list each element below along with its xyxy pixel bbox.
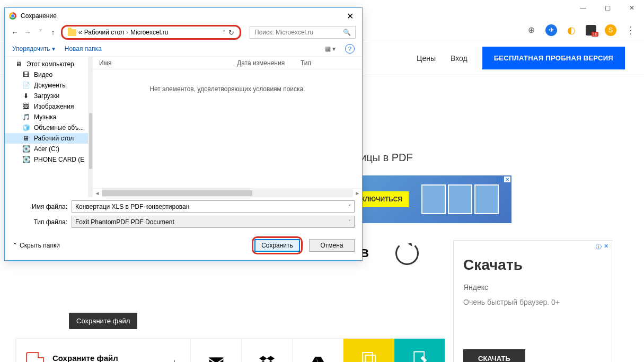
window-minimize[interactable]: — — [571, 0, 595, 16]
action-dropbox[interactable] — [242, 338, 293, 362]
window-maximize[interactable]: ▢ — [595, 0, 620, 16]
help-icon[interactable]: ? — [345, 44, 355, 54]
dialog-footer: ⌃ Скрыть папки Сохранить Отмена — [5, 231, 362, 260]
filetype-select[interactable]: Foxit PhantomPDF PDF Document˅ — [72, 216, 355, 228]
tree-item-icon: 💽 — [22, 145, 30, 153]
dialog-toolbar: Упорядочить ▾ Новая папка ▦ ▾ ? — [5, 41, 362, 57]
loading-area: В — [360, 242, 419, 265]
tree-item-label: Документы — [34, 82, 67, 89]
nav-prices[interactable]: Цены — [417, 54, 436, 63]
action-edit[interactable]: Редактир... — [394, 338, 445, 362]
tree-item-label: Acer (C:) — [34, 145, 59, 153]
scroll-right-icon[interactable]: ► — [353, 190, 362, 196]
dialog-title: Сохранение — [21, 12, 57, 20]
tree-item[interactable]: 🧊Объемные объ... — [5, 122, 88, 133]
tree-item-label: Видео — [34, 71, 52, 78]
action-jpg[interactable]: в JPG — [343, 338, 394, 362]
tree-item[interactable]: 🎞Видео — [5, 69, 88, 80]
breadcrumb-highlight: « Рабочий стол › Microexcel.ru ˅ ↻ — [61, 25, 241, 40]
view-options-button[interactable]: ▦ ▾ — [325, 45, 336, 52]
organize-button[interactable]: Упорядочить ▾ — [12, 45, 55, 52]
horizontal-scrollbar[interactable]: ◄ ► — [93, 188, 362, 197]
action-drive[interactable] — [293, 338, 343, 362]
tree-item-icon: 📄 — [22, 82, 30, 89]
col-name[interactable]: Имя — [99, 59, 237, 67]
svg-rect-0 — [363, 352, 373, 362]
tree-item[interactable]: 💽PHONE CARD (E — [5, 154, 88, 165]
nav-up-icon[interactable]: ˅ — [36, 28, 45, 37]
nav-login[interactable]: Вход — [451, 54, 467, 63]
folder-tree[interactable]: 🖥Этот компьютер🎞Видео📄Документы⬇Загрузки… — [5, 57, 89, 197]
breadcrumb-dropdown-icon[interactable]: ˅ — [223, 30, 225, 36]
breadcrumb-part-1[interactable]: Рабочий стол — [84, 29, 124, 36]
search-box[interactable]: 🔍 — [250, 26, 356, 39]
ad-cta-button[interactable]: КЛЮЧИТЬСЯ — [355, 191, 409, 207]
scroll-left-icon[interactable]: ◄ — [93, 190, 102, 196]
column-headers[interactable]: Имя Дата изменения Тип — [93, 57, 362, 69]
file-list-area: Имя Дата изменения Тип Нет элементов, уд… — [93, 57, 362, 197]
chevron-down-icon[interactable]: ˅ — [348, 219, 351, 225]
profile-avatar[interactable]: S — [605, 24, 616, 36]
new-folder-button[interactable]: Новая папка — [65, 45, 102, 52]
window-close[interactable]: ✕ — [620, 0, 644, 16]
extension-badge-icon[interactable] — [586, 25, 596, 36]
tree-item[interactable]: 💽Acer (C:) — [5, 144, 88, 154]
tree-item[interactable]: 🎵Музыка — [5, 112, 88, 122]
sidebar-ad: ⓘ ✕ Скачать Яндекс Очень быстрый браузер… — [453, 240, 612, 362]
hide-folders-toggle[interactable]: ⌃ Скрыть папки — [12, 242, 60, 249]
tree-item[interactable]: 🖥Этот компьютер — [5, 59, 88, 69]
dialog-nav: ← → ˅ ↑ « Рабочий стол › Microexcel.ru ˅… — [5, 24, 362, 41]
action-email[interactable] — [191, 338, 242, 362]
dialog-fields: Имя файла: Конвертаци XLS в PDF-конверти… — [5, 200, 362, 228]
chevron-down-icon[interactable]: ˅ — [348, 204, 351, 209]
breadcrumb-part-2[interactable]: Microexcel.ru — [130, 29, 168, 36]
tree-scrollbar[interactable] — [89, 57, 93, 197]
ad-close-icon[interactable]: ✕ — [604, 243, 608, 251]
nav-back-icon[interactable]: ← — [10, 28, 20, 37]
save-button-highlight: Сохранить — [252, 236, 303, 254]
zoom-icon[interactable]: ⊕ — [525, 24, 537, 36]
filename-label: Имя файла: — [12, 203, 72, 210]
kebab-menu-icon[interactable]: ⋮ — [625, 24, 637, 36]
tree-item[interactable]: 📄Документы — [5, 80, 88, 91]
search-input[interactable] — [254, 29, 343, 36]
ad-description: Очень быстрый браузер. 0+ — [463, 298, 602, 306]
tree-item-label: Объемные объ... — [34, 124, 84, 131]
save-file-card[interactable]: Сохраните файл Конвертаци XLS в ↓ — [16, 338, 191, 362]
ad-banner[interactable]: КЛЮЧИТЬСЯ ⓘ ✕ — [352, 175, 511, 223]
tree-item-label: Рабочий стол — [34, 135, 74, 142]
refresh-icon[interactable]: ↻ — [228, 29, 234, 37]
cancel-button[interactable]: Отмена — [309, 239, 355, 252]
tree-item-icon: 🎵 — [22, 113, 30, 121]
tooltip: Сохраните файл — [69, 313, 137, 329]
tree-item[interactable]: 🖥Рабочий стол — [5, 133, 88, 144]
ad-close-icon[interactable]: ✕ — [504, 176, 510, 182]
ad-download-button[interactable]: СКАЧАТЬ — [463, 349, 525, 362]
tree-item-icon: 🖥 — [22, 135, 30, 142]
edit-icon — [411, 350, 428, 362]
folder-icon — [68, 29, 76, 36]
to-jpg-icon — [360, 350, 377, 362]
tree-item[interactable]: 🖼Изображения — [5, 101, 88, 112]
ad-info-icon[interactable]: ⓘ — [497, 176, 502, 184]
tree-item[interactable]: ⬇Загрузки — [5, 91, 88, 101]
col-type[interactable]: Тип — [301, 59, 356, 67]
dialog-close-icon[interactable]: ✕ — [342, 11, 358, 21]
col-date[interactable]: Дата изменения — [237, 59, 301, 67]
svg-rect-1 — [365, 355, 375, 362]
chevron-right-icon: › — [126, 29, 128, 36]
dropbox-icon — [259, 355, 276, 362]
nav-up-arrow-icon[interactable]: ↑ — [48, 28, 58, 37]
trial-button[interactable]: БЕСПЛАТНАЯ ПРОБНАЯ ВЕРСИЯ — [482, 47, 625, 69]
messenger-icon[interactable]: ✈ — [545, 24, 557, 36]
search-icon[interactable]: 🔍 — [343, 29, 351, 36]
email-icon — [208, 355, 225, 362]
nav-forward-icon[interactable]: → — [23, 28, 32, 37]
filetype-label: Тип файла: — [12, 218, 72, 226]
action-bar: Сохраните файл Конвертаци XLS в ↓ в JPG … — [16, 338, 445, 362]
save-button[interactable]: Сохранить — [254, 239, 300, 252]
filename-input[interactable]: Конвертаци XLS в PDF-конвертирован˅ — [72, 200, 355, 213]
extension-icon-1[interactable]: ◐ — [566, 24, 577, 36]
ad-info-icon[interactable]: ⓘ — [596, 243, 602, 251]
breadcrumb[interactable]: « Рабочий стол › Microexcel.ru ˅ ↻ — [65, 29, 237, 37]
